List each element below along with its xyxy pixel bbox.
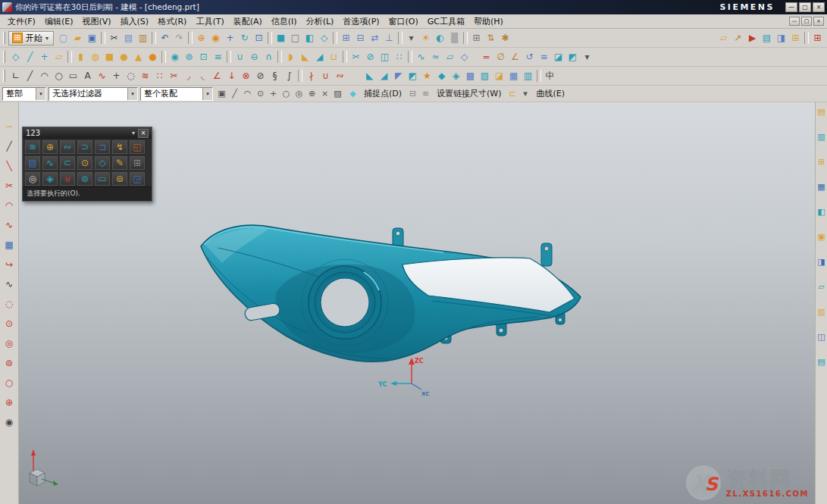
star-icon[interactable]: ★: [420, 69, 434, 83]
core-icon[interactable]: ⊐: [95, 140, 110, 154]
project-curve-icon[interactable]: ↓: [224, 69, 239, 83]
hole-icon[interactable]: ◉: [168, 50, 182, 64]
ring-icon[interactable]: ⊙: [77, 156, 92, 170]
pan-icon[interactable]: +: [223, 31, 237, 45]
menu-window[interactable]: 窗口(O): [384, 15, 423, 28]
snap-circle-icon[interactable]: ○: [280, 87, 293, 100]
split-body-icon[interactable]: ⊘: [363, 50, 377, 64]
pattern-curve-icon[interactable]: ∷: [152, 69, 167, 83]
intersect-icon[interactable]: ∩: [262, 50, 276, 64]
maximize-button[interactable]: ▢: [799, 2, 811, 12]
snap-quadrant-icon[interactable]: ⊕: [305, 87, 318, 100]
profile-icon[interactable]: ∟: [8, 69, 23, 83]
menu-format[interactable]: 格式(R): [153, 15, 191, 28]
paste-icon[interactable]: ▥: [136, 31, 150, 45]
menu-view[interactable]: 视图(V): [77, 15, 115, 28]
studio-spline-icon[interactable]: ∿: [95, 69, 109, 83]
cylinder-icon[interactable]: ●: [117, 50, 131, 64]
snap-ring-icon[interactable]: ◎: [293, 87, 305, 100]
snap-center-icon[interactable]: ⊙: [254, 87, 267, 100]
grid-tool-icon[interactable]: ▦: [3, 239, 16, 251]
headlight-model[interactable]: [201, 225, 581, 362]
touch-mode-icon[interactable]: ⊞: [788, 31, 803, 45]
section-curve-icon[interactable]: ⊘: [253, 69, 268, 83]
edge-blend-icon[interactable]: ◗: [283, 50, 298, 64]
surface-icon[interactable]: ◤: [391, 69, 406, 83]
measure-icon[interactable]: ∅: [493, 50, 508, 64]
panel-notes-icon[interactable]: ▤: [816, 356, 827, 367]
boss-icon[interactable]: ⊚: [182, 50, 196, 64]
cut-icon[interactable]: ✂: [107, 31, 121, 45]
panel-history-icon[interactable]: ⊞: [816, 156, 827, 167]
start-button[interactable]: ⊞ 开始 ▾: [8, 31, 54, 45]
rectangle-icon[interactable]: ▭: [66, 69, 80, 83]
zoom-in-icon[interactable]: ⊕: [194, 31, 208, 45]
point-icon[interactable]: +: [109, 69, 124, 83]
menu-assemblies[interactable]: 装配(A): [229, 15, 267, 28]
facet-icon[interactable]: ◈: [449, 69, 463, 83]
curve-label[interactable]: 曲线(E): [537, 88, 565, 99]
extrude-icon[interactable]: ▮: [74, 50, 88, 64]
angle-icon[interactable]: ∠: [508, 50, 522, 64]
corner-icon[interactable]: ∠: [210, 69, 224, 83]
viewport-3d[interactable]: ZC YC XC: [19, 102, 815, 504]
gate-icon[interactable]: ◇: [95, 156, 110, 170]
snap-point-icon[interactable]: +: [267, 87, 280, 100]
copy-icon[interactable]: ▤: [121, 31, 136, 45]
union-icon[interactable]: ⊎: [60, 172, 75, 186]
bounded-plane-icon[interactable]: ◩: [406, 69, 420, 83]
snapshot-icon[interactable]: ▱: [716, 31, 731, 45]
close-button[interactable]: ×: [813, 2, 825, 12]
offset-curve-icon[interactable]: ≋: [138, 69, 152, 83]
frame-icon[interactable]: ⊞: [130, 156, 145, 170]
circle4-tool-icon[interactable]: ○: [3, 377, 16, 389]
orient-view-icon[interactable]: ◇: [317, 31, 331, 45]
visual-report-icon[interactable]: ◨: [774, 31, 788, 45]
gauge-icon[interactable]: ⊜: [112, 172, 127, 186]
arc-icon[interactable]: ◠: [37, 69, 52, 83]
assembly-constraints-icon[interactable]: ⊥: [382, 31, 396, 45]
type-filter-combo[interactable]: 无选择过滤器 ▾: [49, 87, 138, 101]
freeform-curve-icon[interactable]: ∿: [3, 278, 16, 290]
smooth-spline-icon[interactable]: ∾: [333, 69, 347, 83]
titlebar[interactable]: 你的许可证将在30日后到期 - 建模 - [chedeng.prt] SIEME…: [0, 0, 827, 14]
patch-icon[interactable]: ◪: [492, 69, 506, 83]
material-icon[interactable]: ◐: [433, 31, 447, 45]
pattern-feature-icon[interactable]: ∷: [392, 50, 406, 64]
datum-axis-icon[interactable]: ╱: [23, 50, 37, 64]
undo-icon[interactable]: ↶: [158, 31, 172, 45]
center-icon[interactable]: 中: [543, 69, 557, 83]
mdi-close-button[interactable]: ×: [813, 17, 824, 26]
circle2-tool-icon[interactable]: ◎: [3, 337, 16, 349]
subtract-icon[interactable]: ⊖: [247, 50, 262, 64]
line-tool-icon[interactable]: ╱: [3, 140, 16, 152]
panel-web-icon[interactable]: ▱: [816, 281, 827, 292]
through-curves-icon[interactable]: ∿: [414, 50, 428, 64]
bridge-curve-icon[interactable]: ↪: [3, 258, 16, 271]
spring-icon[interactable]: ∿: [42, 156, 58, 170]
red-grid-icon[interactable]: ⊞: [810, 31, 825, 45]
swept-icon[interactable]: ≈: [428, 50, 443, 64]
cone-icon[interactable]: ▲: [131, 50, 146, 64]
link-dimension-label[interactable]: 设置链接尺寸(W): [437, 88, 501, 99]
n-sided-icon[interactable]: ◇: [457, 50, 471, 64]
pencil-icon[interactable]: ✎: [112, 156, 127, 170]
trim-body-icon[interactable]: ✂: [349, 50, 363, 64]
combo-caret-icon[interactable]: ▾: [36, 88, 45, 100]
diamond-grid-icon[interactable]: ◈: [42, 172, 58, 186]
palette-close-icon[interactable]: ×: [138, 129, 149, 138]
refresh-icon[interactable]: ↺: [522, 50, 537, 64]
menu-tools[interactable]: 工具(T): [191, 15, 228, 28]
circle1-tool-icon[interactable]: ⊙: [3, 318, 16, 330]
clamp-icon[interactable]: ⊂: [60, 156, 75, 170]
spline-tool-icon[interactable]: ∽: [3, 121, 16, 133]
rib-icon[interactable]: ≡: [211, 50, 225, 64]
pocket-icon[interactable]: ⊡: [196, 50, 211, 64]
swept-surface-icon[interactable]: ◢: [377, 69, 391, 83]
parting-icon[interactable]: ⊃: [77, 140, 92, 154]
panel-assembly-icon[interactable]: ▦: [816, 181, 827, 192]
sketch-icon[interactable]: ▱: [52, 50, 66, 64]
circle-icon[interactable]: ○: [52, 69, 66, 83]
menu-insert[interactable]: 插入(S): [116, 15, 154, 28]
ruled-icon[interactable]: ▱: [443, 50, 457, 64]
